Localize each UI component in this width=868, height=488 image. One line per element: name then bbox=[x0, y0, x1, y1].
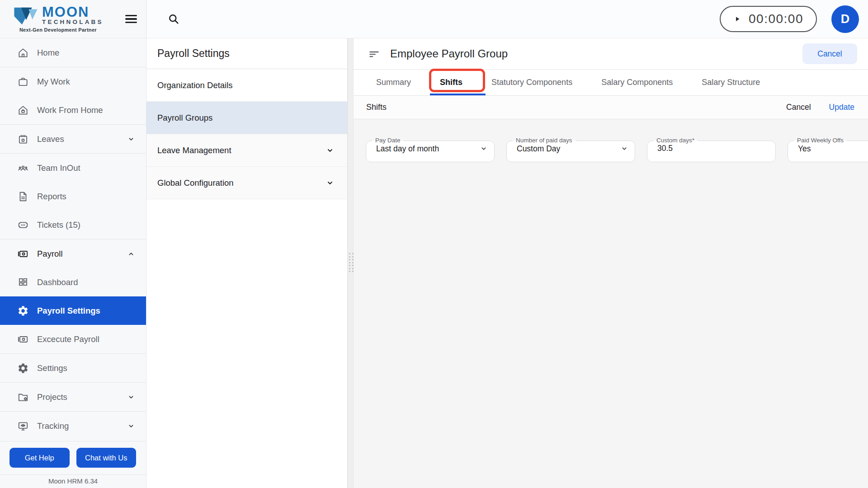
panel-resize-handle[interactable] bbox=[348, 38, 354, 488]
sidebar-item-label: Excecute Payroll bbox=[37, 334, 136, 344]
sidebar-item-label: Tickets (15) bbox=[37, 220, 136, 230]
timer-value: 00:00:00 bbox=[749, 12, 803, 26]
section-title: Shifts bbox=[366, 103, 387, 112]
tab-statutory-components[interactable]: Statutory Components bbox=[491, 78, 572, 87]
sidebar-item-execute-payroll[interactable]: Excecute Payroll bbox=[0, 325, 146, 353]
user-avatar[interactable]: D bbox=[831, 5, 859, 33]
sidebar-item-label: Payroll bbox=[37, 249, 126, 259]
logo-tagline: Next-Gen Development Partner bbox=[19, 27, 97, 33]
chevron-down-icon bbox=[126, 421, 136, 431]
tab-salary-structure[interactable]: Salary Structure bbox=[702, 78, 760, 87]
chevron-down-icon[interactable] bbox=[479, 144, 489, 154]
search-icon[interactable] bbox=[165, 10, 183, 28]
sidebar-item-tickets[interactable]: Tickets (15) bbox=[0, 211, 146, 239]
sidebar-item-label: Projects bbox=[37, 392, 126, 402]
chevron-down-icon bbox=[325, 178, 335, 188]
panel-item-global-configuration[interactable]: Global Configuration bbox=[146, 167, 347, 199]
paid-days-select[interactable]: Number of paid days Custom Day bbox=[506, 138, 635, 162]
panel-item-label: Organization Details bbox=[157, 80, 335, 90]
tab-salary-components[interactable]: Salary Components bbox=[601, 78, 673, 87]
time-tracker[interactable]: 00:00:00 bbox=[720, 6, 817, 32]
cash-icon bbox=[17, 248, 29, 260]
tab-shifts[interactable]: Shifts bbox=[440, 78, 462, 87]
panel-item-label: Payroll Groups bbox=[157, 113, 335, 123]
briefcase-icon bbox=[17, 76, 29, 88]
page-title: Employee Payroll Group bbox=[390, 47, 508, 60]
field-label: Custom days* bbox=[653, 138, 698, 143]
gear-icon bbox=[17, 305, 29, 317]
sidebar-item-home[interactable]: Home bbox=[0, 38, 146, 67]
brand-zone: MOON TECHNOLABS Next-Gen Development Par… bbox=[0, 0, 146, 38]
panel-item-organization-details[interactable]: Organization Details bbox=[146, 69, 347, 102]
menu-hamburger-icon[interactable] bbox=[125, 12, 141, 26]
active-tab-indicator bbox=[430, 94, 486, 96]
sidebar-item-projects[interactable]: Projects bbox=[0, 383, 146, 411]
sidebar-item-label: Team InOut bbox=[37, 163, 136, 173]
sidebar-item-label: Leaves bbox=[37, 134, 126, 144]
people-icon bbox=[17, 162, 29, 174]
house-work-icon bbox=[17, 104, 29, 116]
dashboard-icon bbox=[17, 277, 29, 288]
cancel-button[interactable]: Cancel bbox=[802, 43, 857, 64]
home-icon bbox=[17, 47, 29, 59]
play-icon[interactable] bbox=[733, 15, 741, 23]
get-help-button[interactable]: Get Help bbox=[9, 448, 70, 468]
moon-logo-icon bbox=[13, 6, 39, 25]
main-content: Employee Payroll Group Cancel Summary Sh… bbox=[354, 38, 868, 488]
main-header: Employee Payroll Group Cancel bbox=[354, 38, 868, 69]
document-icon bbox=[17, 191, 29, 202]
sidebar-item-tracking[interactable]: Tracking bbox=[0, 412, 146, 440]
chat-with-us-button[interactable]: Chat with Us bbox=[76, 448, 137, 468]
calendar-icon bbox=[17, 133, 29, 145]
section-update-link[interactable]: Update bbox=[829, 103, 854, 112]
shifts-form: Pay Date Last day of month Number of pai… bbox=[354, 119, 868, 488]
panel-title: Payroll Settings bbox=[146, 38, 347, 69]
sidebar-item-label: My Work bbox=[37, 77, 136, 87]
field-value: Custom Day bbox=[517, 144, 560, 154]
section-cancel-link[interactable]: Cancel bbox=[786, 103, 811, 112]
monitor-eye-icon bbox=[17, 420, 29, 432]
sidebar-item-label: Settings bbox=[37, 363, 136, 373]
app-window: MOON TECHNOLABS Next-Gen Development Par… bbox=[0, 0, 868, 488]
folder-gear-icon bbox=[17, 391, 29, 403]
sidebar: Home My Work Work From Home Leaves bbox=[0, 38, 146, 488]
sidebar-item-dashboard[interactable]: Dashboard bbox=[0, 268, 146, 296]
paid-weekly-offs-select[interactable]: Paid Weekly Offs Yes bbox=[788, 138, 868, 162]
sidebar-nav: Home My Work Work From Home Leaves bbox=[0, 38, 146, 440]
chevron-down-icon bbox=[126, 392, 136, 402]
sidebar-item-label: Reports bbox=[37, 192, 136, 202]
sidebar-item-label: Tracking bbox=[37, 421, 126, 431]
custom-days-input[interactable]: Custom days* 30.5 bbox=[647, 138, 776, 162]
sidebar-item-settings[interactable]: Settings bbox=[0, 354, 146, 382]
sort-lines-icon[interactable] bbox=[368, 48, 380, 60]
pay-date-select[interactable]: Pay Date Last day of month bbox=[366, 138, 495, 162]
sidebar-item-reports[interactable]: Reports bbox=[0, 182, 146, 211]
sidebar-item-work-from-home[interactable]: Work From Home bbox=[0, 96, 146, 124]
field-value: Last day of month bbox=[376, 144, 439, 154]
shifts-section-header: Shifts Cancel Update bbox=[354, 96, 868, 119]
field-value: Yes bbox=[798, 144, 811, 154]
sidebar-item-label: Work From Home bbox=[37, 105, 136, 115]
company-logo: MOON TECHNOLABS Next-Gen Development Par… bbox=[13, 5, 104, 33]
app-version: Moon HRM 6.34 bbox=[0, 474, 146, 488]
sidebar-item-payroll[interactable]: Payroll bbox=[0, 239, 146, 268]
sidebar-item-payroll-settings[interactable]: Payroll Settings bbox=[0, 296, 146, 325]
chevron-down-icon[interactable] bbox=[619, 144, 629, 154]
sidebar-item-my-work[interactable]: My Work bbox=[0, 67, 146, 96]
chevron-down-icon bbox=[325, 145, 335, 156]
top-bar: MOON TECHNOLABS Next-Gen Development Par… bbox=[0, 0, 868, 38]
panel-item-leave-management[interactable]: Leave Management bbox=[146, 134, 347, 167]
panel-item-label: Global Configuration bbox=[157, 178, 325, 188]
ticket-icon bbox=[17, 219, 29, 231]
sidebar-item-team-inout[interactable]: Team InOut bbox=[0, 154, 146, 182]
field-label: Number of paid days bbox=[513, 138, 576, 143]
tab-bar: Summary Shifts Statutory Components Sala… bbox=[354, 69, 868, 96]
panel-item-payroll-groups[interactable]: Payroll Groups bbox=[146, 102, 347, 134]
sidebar-footer: Get Help Chat with Us Moon HRM 6.34 bbox=[0, 441, 146, 488]
field-label: Pay Date bbox=[372, 138, 404, 143]
sidebar-item-leaves[interactable]: Leaves bbox=[0, 125, 146, 153]
drag-dots-icon bbox=[349, 253, 353, 272]
field-label: Paid Weekly Offs bbox=[794, 138, 847, 143]
tab-summary[interactable]: Summary bbox=[376, 78, 411, 87]
sidebar-item-label: Home bbox=[37, 48, 136, 58]
